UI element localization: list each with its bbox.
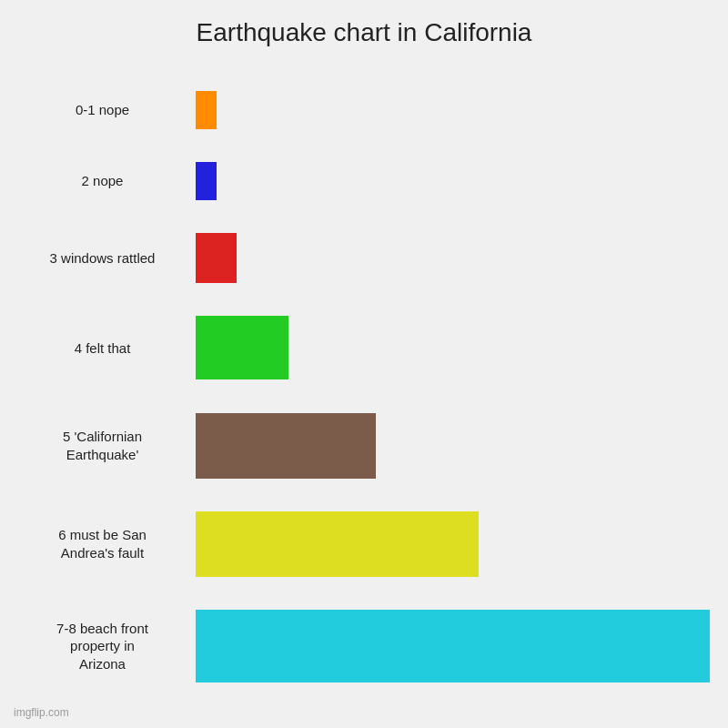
chart-title: Earthquake chart in California [197,18,532,47]
chart-row: 2 nope [18,162,710,200]
bar [196,91,217,129]
bar-area [196,233,710,283]
bar [196,511,479,577]
row-label: 5 'CalifornianEarthquake' [18,428,196,463]
chart-row: 6 must be SanAndrea's fault [18,511,710,577]
row-label: 4 felt that [18,339,196,358]
chart-row: 5 'CalifornianEarthquake' [18,413,710,479]
watermark: imgflip.com [9,706,719,719]
bar [196,162,217,200]
chart-row: 0-1 nope [18,91,710,129]
row-label: 2 nope [18,172,196,190]
chart-row: 7-8 beach frontproperty inArizona [18,610,710,682]
bar [196,610,710,682]
bar [196,316,288,379]
bar-area [196,162,710,200]
bar [196,233,237,283]
row-label: 7-8 beach frontproperty inArizona [18,620,196,673]
chart-container: 0-1 nope2 nope3 windows rattled4 felt th… [9,75,719,699]
row-label: 0-1 nope [18,101,196,119]
bar-area [196,91,710,129]
chart-row: 4 felt that [18,316,710,379]
bar-area [196,316,710,379]
chart-row: 3 windows rattled [18,233,710,283]
row-label: 3 windows rattled [18,249,196,268]
row-label: 6 must be SanAndrea's fault [18,526,196,561]
bar [196,413,376,479]
bar-area [196,511,710,577]
bar-area [196,610,710,682]
bar-area [196,413,710,479]
